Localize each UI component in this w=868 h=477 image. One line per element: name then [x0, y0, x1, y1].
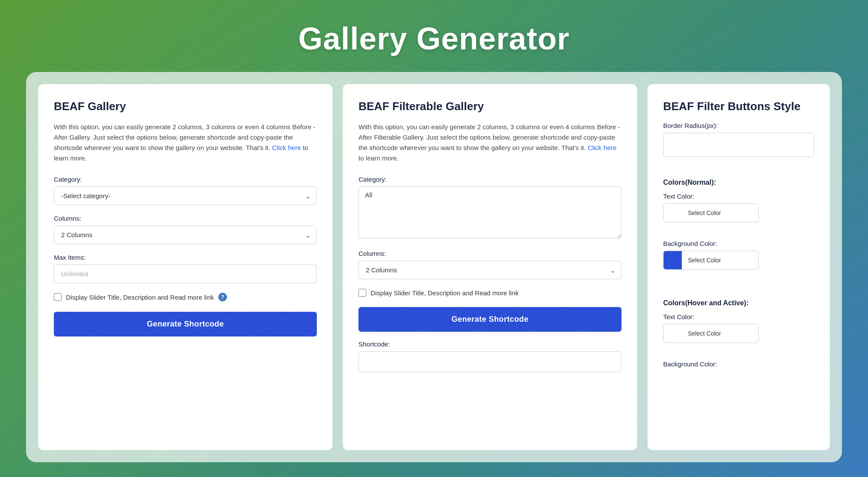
bg-color-group: Background Color: Select Color	[663, 240, 814, 278]
hover-text-color-label: Text Color:	[663, 313, 814, 320]
filterable-desc-text2: to learn more.	[358, 154, 399, 162]
filterable-panel-title: BEAF Filterable Gallery	[358, 100, 621, 113]
filter-style-panel-title: BEAF Filter Buttons Style	[663, 100, 814, 113]
gallery-max-items-input[interactable]	[54, 265, 317, 283]
filter-style-panel: BEAF Filter Buttons Style Border Radius(…	[648, 84, 830, 450]
bg-color-label: Background Color:	[663, 240, 814, 247]
text-color-label: Text Color:	[663, 193, 814, 200]
gallery-columns-select[interactable]: 2 Columns 3 Columns 4 Columns	[54, 225, 317, 244]
gallery-description: With this option, you can easily generat…	[54, 122, 317, 163]
filterable-display-checkbox[interactable]	[358, 289, 366, 297]
filterable-generate-button[interactable]: Generate Shortcode	[358, 307, 621, 332]
page-title: Gallery Generator	[0, 21, 868, 56]
filterable-shortcode-input[interactable]	[358, 351, 621, 372]
gallery-panel: BEAF Gallery With this option, you can e…	[38, 84, 332, 450]
gallery-panel-title: BEAF Gallery	[54, 100, 317, 113]
hover-text-color-group: Text Color: Select Color	[663, 313, 814, 351]
border-radius-label: Border Radius(px):	[663, 122, 814, 129]
gallery-category-label: Category:	[54, 176, 317, 183]
colors-hover-label: Colors(Hover and Active):	[663, 299, 814, 307]
border-radius-input[interactable]	[663, 133, 814, 157]
gallery-checkbox-label: Display Slider Title, Description and Re…	[66, 294, 214, 301]
border-radius-group: Border Radius(px):	[663, 122, 814, 157]
hover-text-color-swatch[interactable]	[664, 324, 682, 343]
colors-normal-label: Colors(Normal):	[663, 179, 814, 186]
hover-bg-color-label: Background Color:	[663, 360, 814, 368]
gallery-checkbox-row: Display Slider Title, Description and Re…	[54, 293, 317, 301]
gallery-max-items-label: Max Items:	[54, 254, 317, 261]
gallery-category-select[interactable]: -Select category-	[54, 186, 317, 205]
gallery-category-group: Category: -Select category- ⌄	[54, 176, 317, 205]
gallery-click-here-link[interactable]: Click here	[272, 144, 301, 151]
bg-color-select-button[interactable]: Select Color	[682, 252, 758, 268]
filterable-columns-wrapper: 2 Columns 3 Columns 4 Columns ⌄	[358, 261, 621, 279]
filterable-columns-select[interactable]: 2 Columns 3 Columns 4 Columns	[358, 261, 621, 279]
filterable-category-group: Category: All	[358, 176, 621, 240]
filterable-checkbox-row: Display Slider Title, Description and Re…	[358, 289, 621, 297]
filterable-panel: BEAF Filterable Gallery With this option…	[343, 84, 637, 450]
bg-color-picker: Select Color	[663, 251, 759, 270]
text-color-swatch[interactable]	[664, 204, 682, 222]
gallery-columns-group: Columns: 2 Columns 3 Columns 4 Columns ⌄	[54, 215, 317, 244]
hover-text-color-select-button[interactable]: Select Color	[682, 326, 758, 341]
filterable-desc-text1: With this option, you can easily generat…	[358, 123, 620, 151]
filterable-columns-group: Columns: 2 Columns 3 Columns 4 Columns ⌄	[358, 250, 621, 279]
gallery-display-checkbox[interactable]	[54, 293, 62, 301]
gallery-generate-button[interactable]: Generate Shortcode	[54, 312, 317, 337]
text-color-picker: Select Color	[663, 203, 759, 222]
text-color-select-button[interactable]: Select Color	[682, 205, 758, 221]
text-color-group: Text Color: Select Color	[663, 193, 814, 230]
gallery-category-wrapper: -Select category- ⌄	[54, 186, 317, 205]
filterable-category-label: Category:	[358, 176, 621, 183]
hover-bg-color-group: Background Color:	[663, 360, 814, 371]
filterable-checkbox-label: Display Slider Title, Description and Re…	[371, 289, 519, 297]
gallery-columns-wrapper: 2 Columns 3 Columns 4 Columns ⌄	[54, 225, 317, 244]
filterable-description: With this option, you can easily generat…	[358, 122, 621, 163]
outer-card: BEAF Gallery With this option, you can e…	[26, 72, 842, 462]
filterable-columns-label: Columns:	[358, 250, 621, 257]
filterable-category-textarea[interactable]: All	[358, 186, 621, 238]
gallery-help-icon[interactable]: ?	[218, 293, 227, 301]
page-header: Gallery Generator	[0, 0, 868, 72]
hover-text-color-picker: Select Color	[663, 324, 759, 343]
gallery-max-items-group: Max Items:	[54, 254, 317, 283]
bg-color-swatch[interactable]	[664, 251, 682, 269]
gallery-columns-label: Columns:	[54, 215, 317, 222]
filterable-click-here-link[interactable]: Click here	[588, 144, 617, 151]
filterable-shortcode-label: Shortcode:	[358, 340, 621, 348]
